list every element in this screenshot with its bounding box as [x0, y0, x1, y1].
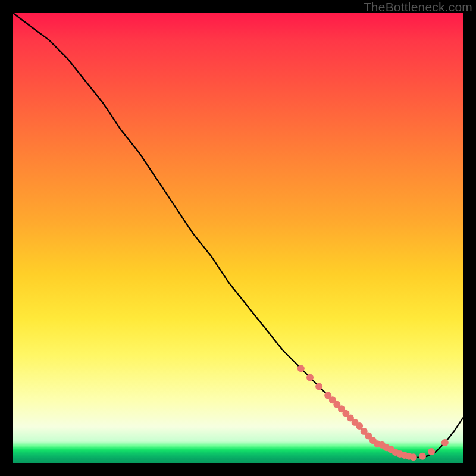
marker-dot — [441, 439, 449, 446]
plot-area — [13, 13, 463, 463]
marker-dot — [410, 453, 417, 461]
marker-dot — [298, 365, 305, 372]
marker-dot — [428, 448, 435, 455]
watermark-text: TheBottleneck.com — [364, 0, 472, 14]
marker-dot — [419, 453, 426, 460]
marker-dot — [306, 374, 314, 381]
chart-stage: TheBottleneck.com — [0, 0, 476, 476]
chart-svg — [13, 13, 463, 463]
bottleneck-curve — [13, 13, 463, 458]
marker-dot — [315, 383, 322, 390]
curve-markers — [298, 365, 449, 461]
